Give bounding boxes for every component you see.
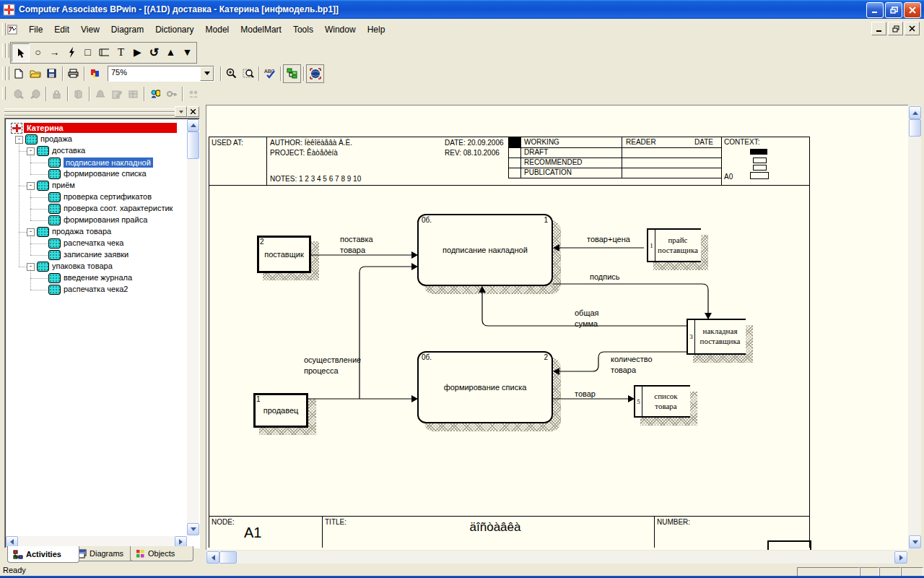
flow-label-kolichestvo-tovara[interactable]: количествотовара: [611, 354, 653, 376]
zoom-area-button[interactable]: [240, 65, 256, 82]
mdi-restore-button[interactable]: [888, 22, 903, 35]
key-button: [163, 85, 180, 103]
explorer-panel-bar: [3, 106, 199, 116]
print-button[interactable]: [65, 65, 82, 82]
cost-button[interactable]: [147, 85, 163, 103]
text-tool-button[interactable]: T: [113, 43, 129, 61]
zoom-combobox[interactable]: 75%: [108, 66, 214, 82]
diagram-hscroll-thumb[interactable]: [219, 551, 237, 564]
datastore-prais-postavshika[interactable]: 1 прайс поставщика: [647, 228, 701, 262]
store-label: список товара: [643, 387, 689, 416]
diagram-canvas[interactable]: USED AT: AUTHOR: Íèêîëàåâà À.È. DATE: 20…: [206, 105, 908, 550]
zoom-area-icon: [243, 68, 254, 79]
diagram-vscroll-thumb[interactable]: [909, 119, 921, 137]
diagram-scroll-down-button[interactable]: [909, 535, 921, 548]
tree-connector: [19, 186, 27, 187]
tab-diagrams[interactable]: Diagrams: [70, 546, 139, 561]
tree-scroll-up-button[interactable]: [187, 119, 199, 131]
spell-check-button[interactable]: ABC: [261, 65, 278, 82]
tree-connector: [30, 278, 48, 280]
datastore-spisok-tovara[interactable]: 5 список товара: [634, 385, 690, 418]
restore-button[interactable]: [885, 2, 902, 18]
spell-check-icon: ABC: [264, 68, 276, 79]
menu-edit[interactable]: Edit: [48, 22, 75, 38]
activity-node-icon: [48, 238, 61, 249]
tree-connector: [30, 235, 32, 255]
tree-connector: [30, 197, 48, 199]
tree-scroll-down-button[interactable]: [187, 523, 199, 535]
play-tool-button[interactable]: ▶: [129, 43, 146, 61]
flow-label-obshaya-summa[interactable]: общаясумма: [575, 308, 599, 329]
activity-formirovanie-spiska[interactable]: 0б. 2 формирование списка: [417, 351, 553, 423]
menu-modelmart[interactable]: ModelMart: [235, 22, 287, 38]
objects-tab-icon: [136, 549, 145, 558]
close-button[interactable]: [904, 2, 921, 18]
model-explorer-button[interactable]: [283, 64, 301, 83]
modelmart-button[interactable]: [306, 64, 324, 83]
flow-arrows[interactable]: [206, 105, 908, 550]
box-tool-button[interactable]: □: [79, 43, 96, 61]
activity-podpisanie-nakladnoy[interactable]: 0б. 1 подписание накладной: [417, 214, 553, 286]
zoom-dropdown-button[interactable]: [200, 66, 214, 81]
flow-label-tovar[interactable]: товар: [575, 389, 596, 400]
menu-help[interactable]: Help: [362, 22, 391, 38]
triangle-down-tool-button[interactable]: ▼: [179, 43, 196, 61]
flow-label-osushestvlenie[interactable]: осуществлениепроцесса: [304, 355, 361, 376]
standard-toolbar: 75% ABC: [0, 64, 924, 83]
tree-connector: [30, 189, 32, 220]
title-label: TITLE:: [325, 518, 346, 526]
tab-activities[interactable]: Activities: [7, 546, 79, 563]
tree-horizontal-scrollbar[interactable]: [6, 536, 187, 547]
lightning-tool-button[interactable]: [63, 43, 79, 61]
tree-item-5[interactable]: -приём: [5, 180, 187, 191]
external-entity-postavshik[interactable]: 2 поставщик: [257, 236, 311, 273]
ellipse-tool-button[interactable]: ○: [30, 43, 46, 61]
tree-scroll-thumb[interactable]: [187, 131, 199, 159]
tree-item-2[interactable]: -доставка: [5, 145, 187, 157]
menu-dictionary[interactable]: Dictionary: [149, 22, 199, 38]
tree-vertical-scrollbar[interactable]: [187, 119, 199, 535]
save-icon: [47, 69, 56, 78]
menu-window[interactable]: Window: [319, 22, 362, 38]
menu-file[interactable]: File: [23, 22, 48, 38]
new-file-button[interactable]: [10, 65, 27, 82]
minimize-button[interactable]: [866, 2, 884, 18]
model-explorer-tree: Катерина-продажа-доставкаподписание накл…: [4, 118, 200, 548]
datastore-tool-button[interactable]: [96, 43, 113, 61]
menu-diagram[interactable]: Diagram: [105, 22, 149, 38]
external-entity-prodavec[interactable]: 1 продавец: [253, 393, 308, 428]
flow-label-tovar-cena[interactable]: товар+цена: [587, 234, 630, 245]
menu-model[interactable]: Model: [200, 22, 235, 38]
pointer-tool-button[interactable]: [12, 43, 30, 62]
tree-connector: [19, 151, 27, 152]
tab-objects[interactable]: Objects: [130, 546, 193, 561]
diagram-horizontal-scrollbar[interactable]: [206, 551, 908, 564]
lightning-icon: [68, 47, 75, 58]
diagram-scroll-right-button[interactable]: [894, 551, 907, 564]
tree-item-label: продажа: [40, 134, 72, 143]
save-button[interactable]: [43, 65, 60, 82]
color-palette-button[interactable]: [87, 65, 103, 82]
menu-view[interactable]: View: [75, 22, 105, 38]
flow-label-podpis[interactable]: подпись: [590, 272, 620, 282]
triangle-up-tool-button[interactable]: ▲: [162, 43, 179, 61]
tree-item-9[interactable]: -продажа товара: [5, 226, 187, 238]
mdi-close-button[interactable]: [905, 22, 920, 35]
panel-menu-button[interactable]: [175, 106, 187, 117]
diagram-scroll-left-button[interactable]: [206, 551, 219, 564]
tree-item-root[interactable]: Катерина: [5, 122, 187, 134]
mdi-minimize-button[interactable]: [871, 22, 886, 35]
diagram-scroll-up-button[interactable]: [909, 106, 921, 119]
arrow-tool-button[interactable]: →: [46, 43, 63, 61]
flow-label-postavka-tovara[interactable]: поставкатовара: [340, 234, 373, 256]
tree-item-1[interactable]: -продажа: [5, 134, 187, 145]
tree-item-12[interactable]: -упаковка товара: [5, 261, 187, 272]
zoom-in-button[interactable]: [223, 65, 240, 82]
panel-close-button[interactable]: [187, 106, 199, 117]
open-file-button[interactable]: [27, 65, 43, 82]
datastore-nakladnaya-postavshika[interactable]: 3 накладная поставщика: [687, 319, 746, 355]
app-icon: [3, 4, 15, 16]
menu-tools[interactable]: Tools: [287, 22, 319, 38]
rotate-tool-button[interactable]: ↺: [146, 43, 162, 61]
diagram-vertical-scrollbar[interactable]: [908, 105, 921, 549]
